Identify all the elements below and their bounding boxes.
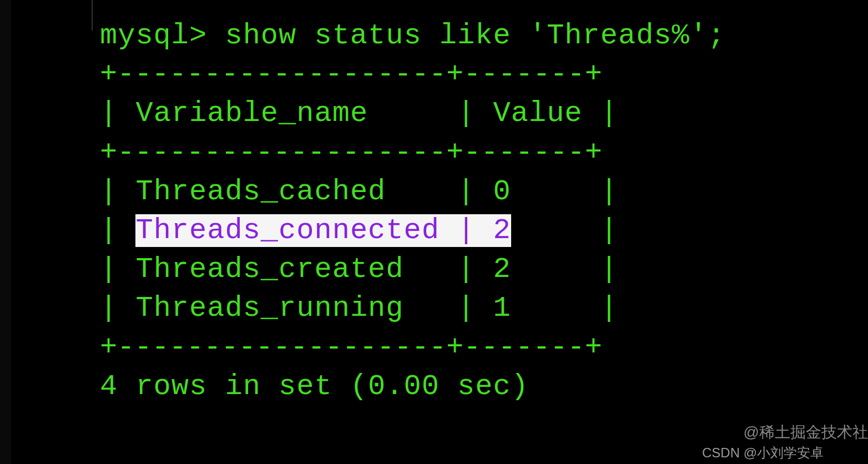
table-row: | Threads_created | 2 | bbox=[100, 250, 868, 289]
table-row: | Threads_connected | 2 | bbox=[100, 211, 868, 250]
row-name: Threads_running bbox=[135, 292, 403, 325]
gutter-separator bbox=[92, 0, 93, 31]
table-top-border: +-------------------+-------+ bbox=[100, 56, 868, 94]
watermark-juejin: @稀土掘金技术社 bbox=[744, 422, 868, 443]
table-bottom-border: +-------------------+-------+ bbox=[100, 329, 868, 367]
table-header-border: +-------------------+-------+ bbox=[100, 134, 868, 173]
table-row: | Threads_cached | 0 | bbox=[100, 173, 868, 211]
row-name: Threads_created bbox=[135, 253, 403, 286]
row-name: Threads_cached bbox=[135, 175, 386, 208]
mysql-prompt-line: mysql> show status like 'Threads%'; bbox=[100, 17, 868, 56]
row-value: 0 bbox=[493, 175, 511, 208]
mysql-terminal-output: mysql> show status like 'Threads%'; +---… bbox=[0, 17, 868, 406]
row-name: Threads_connected bbox=[135, 214, 440, 247]
row-value: 2 bbox=[493, 214, 511, 247]
table-header-row: | Variable_name | Value | bbox=[100, 94, 868, 133]
editor-gutter bbox=[0, 0, 11, 464]
row-value: 1 bbox=[493, 292, 511, 325]
header-col1: Variable_name bbox=[135, 97, 368, 130]
result-summary: 4 rows in set (0.00 sec) bbox=[100, 367, 868, 406]
watermark-csdn: CSDN @小刘学安卓 bbox=[702, 444, 824, 462]
header-col2: Value bbox=[493, 97, 583, 130]
table-row: | Threads_running | 1 | bbox=[100, 289, 868, 328]
highlighted-selection[interactable]: Threads_connected | 2 bbox=[135, 214, 511, 247]
row-value: 2 bbox=[493, 253, 511, 286]
